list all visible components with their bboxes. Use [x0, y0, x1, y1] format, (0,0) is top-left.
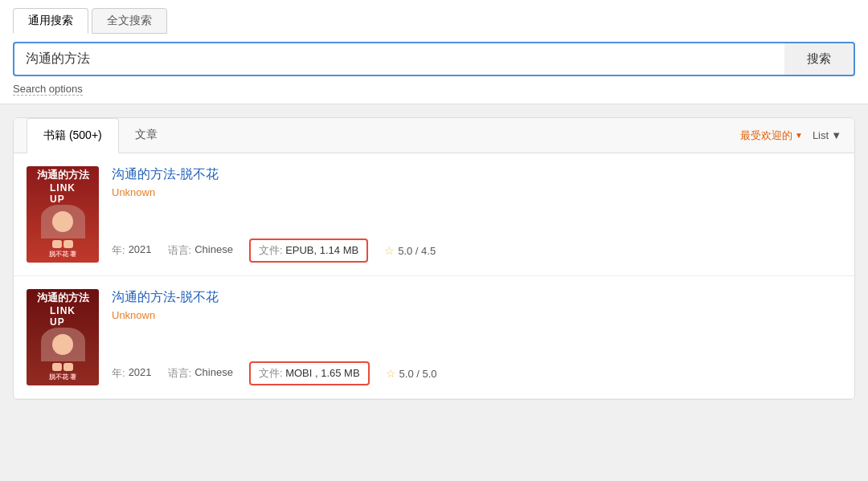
star-icon-2: ☆ [386, 367, 396, 380]
file-value-2: MOBI , 1.65 MB [285, 367, 359, 379]
star-icon-1: ☆ [384, 244, 395, 257]
tab-articles[interactable]: 文章 [119, 118, 174, 153]
cover-linkup-2: LINKUP [50, 305, 76, 328]
search-button[interactable]: 搜索 [784, 42, 855, 76]
lang-value-1: Chinese [194, 243, 233, 258]
meta-lang-1: 语言: Chinese [168, 243, 233, 258]
book-meta-2: 年: 2021 语言: Chinese 文件: MOBI , 1.65 MB ☆… [112, 361, 829, 385]
lang-label-1: 语言: [168, 243, 192, 258]
face-circle-1 [52, 211, 73, 232]
book-meta-1: 年: 2021 语言: Chinese 文件: EPUB, 1.14 MB ☆ … [112, 238, 829, 263]
cover-face-2 [41, 328, 85, 361]
book-cover-1: 沟通的方法 LINKUP 脱不花 著 [27, 166, 99, 263]
hand-right-2 [63, 363, 73, 371]
hand-left-1 [52, 240, 62, 248]
meta-year-2: 年: 2021 [112, 366, 152, 381]
cover-hands-1 [52, 240, 73, 248]
book-title-1[interactable]: 沟通的方法-脱不花 [112, 166, 829, 183]
sort-popular-label: 最受欢迎的 [740, 128, 792, 143]
meta-year-1: 年: 2021 [112, 243, 152, 258]
rating-value-2: 5.0 / 5.0 [399, 368, 437, 380]
year-label-1: 年: [112, 243, 125, 258]
tab-fulltext[interactable]: 全文搜索 [92, 8, 167, 34]
year-value-2: 2021 [129, 366, 152, 381]
sort-popular-link[interactable]: 最受欢迎的 ▼ [740, 128, 803, 143]
content-area: 书籍 (500+) 文章 最受欢迎的 ▼ List ▼ 沟通的方法 LINKUP [0, 104, 868, 413]
chevron-down-icon: ▼ [795, 131, 803, 140]
cover-bottom-2: 脱不花 著 [46, 371, 80, 383]
table-row: 沟通的方法 LINKUP 脱不花 著 沟通的方法-脱不花 Unknown 年: … [14, 153, 854, 276]
hand-right-1 [63, 240, 73, 248]
file-label-2: 文件: [259, 367, 283, 379]
book-author-2[interactable]: Unknown [112, 309, 829, 321]
tab-general[interactable]: 通用搜索 [13, 8, 88, 34]
rating-2: ☆ 5.0 / 5.0 [386, 367, 437, 380]
list-label: List [813, 129, 829, 141]
book-info-2: 沟通的方法-脱不花 Unknown 年: 2021 语言: Chinese 文件… [99, 289, 841, 385]
tab-books[interactable]: 书籍 (500+) [27, 118, 119, 153]
cover-title-2: 沟通的方法 [34, 291, 92, 305]
cover-face-1 [41, 205, 85, 238]
top-bar: 通用搜索 全文搜索 搜索 Search options [0, 0, 868, 104]
year-label-2: 年: [112, 366, 125, 381]
file-info-box-1[interactable]: 文件: EPUB, 1.14 MB [249, 238, 368, 263]
list-view-link[interactable]: List ▼ [813, 129, 841, 141]
file-value-1: EPUB, 1.14 MB [285, 244, 358, 256]
book-author-1[interactable]: Unknown [112, 186, 829, 198]
table-row: 沟通的方法 LINKUP 脱不花 著 沟通的方法-脱不花 Unknown 年: … [14, 276, 854, 399]
results-container: 书籍 (500+) 文章 最受欢迎的 ▼ List ▼ 沟通的方法 LINKUP [13, 117, 855, 400]
sort-row: 最受欢迎的 ▼ List ▼ [740, 128, 841, 143]
results-tabs-row: 书籍 (500+) 文章 最受欢迎的 ▼ List ▼ [14, 118, 854, 153]
search-options-link[interactable]: Search options [13, 83, 83, 96]
cover-linkup-1: LINKUP [50, 182, 76, 205]
cover-title-1: 沟通的方法 [34, 169, 92, 182]
rating-value-1: 5.0 / 4.5 [398, 245, 436, 257]
lang-value-2: Chinese [194, 366, 233, 381]
hand-left-2 [52, 363, 62, 371]
lang-label-2: 语言: [168, 366, 192, 381]
rating-1: ☆ 5.0 / 4.5 [384, 244, 436, 257]
search-tabs: 通用搜索 全文搜索 [13, 8, 855, 34]
book-info-1: 沟通的方法-脱不花 Unknown 年: 2021 语言: Chinese 文件… [99, 166, 841, 263]
book-title-2[interactable]: 沟通的方法-脱不花 [112, 289, 829, 306]
search-row: 搜索 [13, 42, 855, 76]
file-info-box-2[interactable]: 文件: MOBI , 1.65 MB [249, 361, 370, 385]
file-label-1: 文件: [259, 244, 283, 256]
chevron-down-icon-2: ▼ [831, 129, 841, 141]
book-cover-2: 沟通的方法 LINKUP 脱不花 著 [27, 289, 99, 385]
cover-hands-2 [52, 363, 73, 371]
cover-bottom-1: 脱不花 著 [46, 248, 80, 260]
face-circle-2 [52, 334, 73, 355]
meta-lang-2: 语言: Chinese [168, 366, 233, 381]
year-value-1: 2021 [129, 243, 152, 258]
search-input[interactable] [13, 42, 784, 76]
